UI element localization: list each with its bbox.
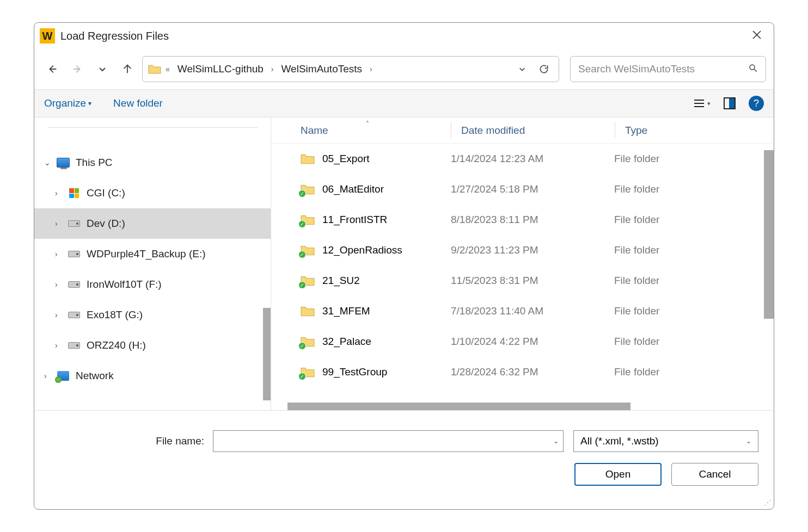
help-button[interactable]: ? <box>749 96 764 111</box>
main-area: ⌄ This PC ›CGI (C:)›Dev (D:)›WDPurple4T_… <box>34 117 774 410</box>
tree-drive[interactable]: ›WDPurple4T_Backup (E:) <box>34 239 271 269</box>
file-type: File folder <box>614 244 659 256</box>
folder-icon <box>148 64 161 75</box>
file-list-pane: ˄Name Date modified Type 05_Export1/14/2… <box>271 117 774 410</box>
file-row[interactable]: 05_Export1/14/2024 12:23 AMFile folder <box>287 144 774 174</box>
tree-drive[interactable]: ›CGI (C:) <box>34 178 271 208</box>
titlebar: W Load Regression Files <box>34 23 774 49</box>
horizontal-scrollbar[interactable] <box>287 403 631 410</box>
drive-icon <box>68 342 80 349</box>
folder-icon: ✓ <box>301 244 315 256</box>
tree-drive[interactable]: ›Exo18T (G:) <box>34 300 271 330</box>
file-date: 7/18/2023 11:40 AM <box>451 305 614 317</box>
search-icon[interactable] <box>748 63 758 76</box>
drive-icon <box>68 312 80 318</box>
caret-right-icon[interactable]: › <box>55 311 67 319</box>
file-row[interactable]: ✓12_OpenRadioss9/2/2023 11:23 PMFile fol… <box>287 235 774 265</box>
file-row[interactable]: 31_MFEM7/18/2023 11:40 AMFile folder <box>287 296 774 326</box>
file-name: 11_FrontISTR <box>322 214 387 226</box>
search-input[interactable] <box>578 63 748 75</box>
arrow-right-icon <box>71 63 83 75</box>
file-type-filter[interactable]: All (*.xml, *.wstb) ⌄ <box>573 430 758 452</box>
drive-icon <box>68 251 80 257</box>
vertical-scrollbar[interactable] <box>764 150 774 319</box>
address-history-button[interactable] <box>513 65 531 73</box>
folder-icon: ✓ <box>301 336 315 348</box>
file-date: 11/5/2023 8:31 PM <box>451 275 614 287</box>
close-button[interactable] <box>745 27 768 46</box>
cancel-button[interactable]: Cancel <box>671 463 758 486</box>
tree-drive[interactable]: ›IronWolf10T (F:) <box>34 269 271 300</box>
filter-label: All (*.xml, *.wstb) <box>580 435 659 447</box>
search-box[interactable] <box>570 56 766 82</box>
tree-this-pc[interactable]: ⌄ This PC <box>34 147 271 178</box>
breadcrumb-seg-2[interactable]: WelSimAutoTests <box>278 62 366 76</box>
file-date: 1/28/2024 6:32 PM <box>451 366 614 378</box>
column-headers: ˄Name Date modified Type <box>271 117 774 144</box>
column-header-name[interactable]: ˄Name <box>301 125 451 137</box>
file-date: 1/10/2024 4:22 PM <box>451 336 614 348</box>
file-date: 1/14/2024 12:23 AM <box>451 153 614 165</box>
caret-right-icon[interactable]: › <box>55 280 67 289</box>
filename-input[interactable] <box>218 436 553 447</box>
arrow-left-icon <box>46 63 58 75</box>
view-options-button[interactable]: ▾ <box>693 98 711 108</box>
chevron-right-icon[interactable]: › <box>369 65 374 73</box>
caret-right-icon[interactable]: › <box>55 341 67 350</box>
file-name: 32_Palace <box>322 336 371 348</box>
caret-right-icon[interactable]: › <box>44 372 56 380</box>
tree-drive[interactable]: ›ORZ240 (H:) <box>34 330 271 361</box>
caret-right-icon[interactable]: › <box>55 219 67 228</box>
tree-drive[interactable]: ›Dev (D:) <box>34 208 271 239</box>
tree-label: WDPurple4T_Backup (E:) <box>87 248 206 260</box>
column-header-type[interactable]: Type <box>625 125 774 137</box>
preview-pane-button[interactable] <box>724 97 736 109</box>
breadcrumb-seg-1[interactable]: WelSimLLC-github <box>174 62 267 76</box>
windows-drive-icon <box>69 188 79 198</box>
up-button[interactable] <box>117 59 138 79</box>
file-row[interactable]: ✓99_TestGroup1/28/2024 6:32 PMFile folde… <box>287 357 774 387</box>
filename-combobox[interactable]: ⌄ <box>213 430 564 452</box>
file-row[interactable]: ✓21_SU211/5/2023 8:31 PMFile folder <box>287 265 774 296</box>
sync-status-icon: ✓ <box>298 342 306 350</box>
address-bar[interactable]: « WelSimLLC-github › WelSimAutoTests › <box>142 56 559 82</box>
file-row[interactable]: ✓06_MatEditor1/27/2024 5:18 PMFile folde… <box>287 174 774 205</box>
caret-right-icon[interactable]: › <box>55 250 67 258</box>
chevron-down-icon[interactable]: ⌄ <box>746 437 751 445</box>
drive-icon <box>68 281 80 288</box>
file-row[interactable]: ✓11_FrontISTR8/18/2023 8:11 PMFile folde… <box>287 205 774 235</box>
window-title: Load Regression Files <box>60 30 745 42</box>
file-type: File folder <box>614 153 659 165</box>
list-icon <box>693 98 705 108</box>
nav-toolbar: « WelSimLLC-github › WelSimAutoTests › <box>34 49 774 89</box>
close-icon <box>752 30 762 40</box>
column-header-date[interactable]: Date modified <box>461 125 615 137</box>
chevron-down-icon[interactable]: ⌄ <box>553 437 559 445</box>
file-type: File folder <box>614 214 659 226</box>
open-button[interactable]: Open <box>574 463 662 486</box>
file-name: 05_Export <box>322 153 370 165</box>
caret-down-icon: ▾ <box>88 100 91 107</box>
organize-button[interactable]: Organize▾ <box>44 97 91 109</box>
forward-button[interactable] <box>67 59 88 79</box>
tree-network[interactable]: › Network <box>34 361 271 391</box>
chevron-down-icon <box>518 65 526 73</box>
file-date: 9/2/2023 11:23 PM <box>451 244 614 256</box>
sync-status-icon: ✓ <box>298 281 306 289</box>
recent-locations-button[interactable] <box>92 59 113 79</box>
resize-grip[interactable]: ⋰ <box>764 498 772 507</box>
app-icon: W <box>40 28 55 44</box>
caret-down-icon[interactable]: ⌄ <box>44 158 56 167</box>
arrow-up-icon <box>121 63 133 75</box>
back-button[interactable] <box>42 59 63 79</box>
file-type: File folder <box>614 305 659 317</box>
new-folder-button[interactable]: New folder <box>113 97 163 109</box>
chevron-right-icon[interactable]: › <box>270 65 275 73</box>
file-row[interactable]: ✓32_Palace1/10/2024 4:22 PMFile folder <box>287 326 774 357</box>
sort-indicator-icon: ˄ <box>366 120 369 128</box>
chevron-down-icon <box>98 65 107 73</box>
file-name: 06_MatEditor <box>322 183 384 195</box>
caret-right-icon[interactable]: › <box>55 189 67 197</box>
sidebar-scrollbar[interactable] <box>263 308 271 400</box>
refresh-button[interactable] <box>535 64 553 75</box>
